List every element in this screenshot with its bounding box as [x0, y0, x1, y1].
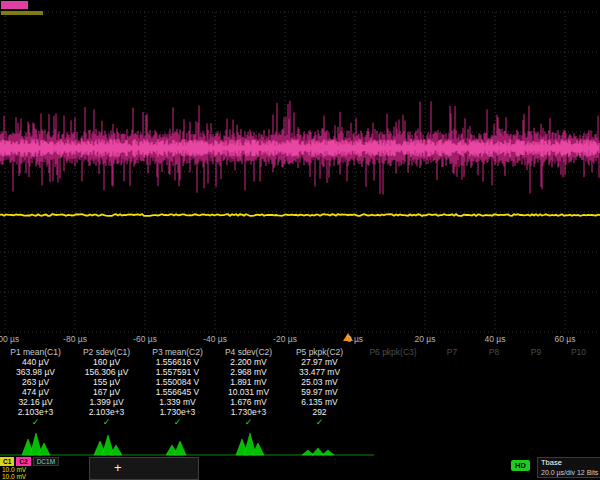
param-header: P6 pkpk(C3) — [355, 347, 431, 357]
measure-value: 1.339 mV — [142, 397, 213, 407]
time-tick-label: 60 µs — [555, 334, 576, 344]
measure-cell — [557, 377, 600, 387]
measure-value: 1.556616 V — [142, 357, 213, 367]
measure-cell — [355, 407, 431, 417]
measure-cell — [431, 357, 473, 367]
param-header[interactable]: P2 sdev(C1) — [71, 347, 142, 357]
measure-cell — [515, 377, 557, 387]
status-check: ✓ — [142, 417, 213, 427]
timebase-descriptor[interactable]: Tbase 20.0 µs/div 12 Bits — [537, 457, 600, 478]
measure-cell — [473, 387, 515, 397]
param-header: P9 — [515, 347, 557, 357]
tbase-label: Tbase — [541, 458, 600, 468]
measure-row: 474 µV167 µV1.556645 V10.031 mV59.97 mV — [0, 387, 600, 397]
measure-value: 292 — [284, 407, 355, 417]
param-header[interactable]: P1 mean(C1) — [0, 347, 71, 357]
measure-cell — [431, 407, 473, 417]
measure-value: 1.399 µV — [71, 397, 142, 407]
measure-row: 2.103e+32.103e+31.730e+31.730e+3292 — [0, 407, 600, 417]
measure-table: P1 mean(C1)P2 sdev(C1)P3 mean(C2)P4 sdev… — [0, 347, 600, 427]
c2-chip[interactable]: C2 — [16, 457, 30, 466]
measure-cell — [355, 377, 431, 387]
measure-value: 2.200 mV — [213, 357, 284, 367]
measure-value: 155 µV — [71, 377, 142, 387]
measure-cell — [431, 367, 473, 377]
measure-cell — [473, 417, 515, 427]
measure-cell — [473, 367, 515, 377]
measure-value: 363.98 µV — [0, 367, 71, 377]
oscilloscope-screen: -100 µs-80 µs-60 µs-40 µs-20 µs0 µs20 µs… — [0, 0, 600, 480]
measure-cell — [515, 397, 557, 407]
status-text-strip — [1, 11, 43, 15]
measure-cell — [431, 377, 473, 387]
measure-row: P1 mean(C1)P2 sdev(C1)P3 mean(C2)P4 sdev… — [0, 347, 600, 357]
bottom-bar: C1 C2 DC1M 10.0 mV 10.0 mV + HD Tbase 20… — [0, 457, 600, 480]
measure-value: 10.031 mV — [213, 387, 284, 397]
measure-value: 440 µV — [0, 357, 71, 367]
measure-cell — [557, 417, 600, 427]
measure-value: 2.103e+3 — [71, 407, 142, 417]
measure-cell — [431, 417, 473, 427]
measure-value: 1.556645 V — [142, 387, 213, 397]
measure-value: 59.97 mV — [284, 387, 355, 397]
time-tick-label: -40 µs — [203, 334, 227, 344]
measure-value: 1.891 mV — [213, 377, 284, 387]
measure-value: 1.730e+3 — [142, 407, 213, 417]
measure-value: 25.03 mV — [284, 377, 355, 387]
measure-value: 2.103e+3 — [0, 407, 71, 417]
time-tick-label: 0 µs — [347, 334, 363, 344]
measure-value: 156.306 µV — [71, 367, 142, 377]
c1-offset-value: 10.0 mV — [0, 473, 88, 480]
measure-value: 33.477 mV — [284, 367, 355, 377]
hd-badge: HD — [511, 460, 530, 471]
measure-cell — [515, 367, 557, 377]
measure-cell — [355, 417, 431, 427]
c2-coupling-chip: DC1M — [33, 457, 59, 466]
measure-row: 363.98 µV156.306 µV1.557591 V2.968 mV33.… — [0, 367, 600, 377]
measure-value: 2.968 mV — [213, 367, 284, 377]
measure-cell — [431, 387, 473, 397]
c1-vdiv-value: 10.0 mV — [0, 466, 88, 473]
measure-cell — [473, 397, 515, 407]
measure-row: 440 µV160 µV1.556616 V2.200 mV27.97 mV — [0, 357, 600, 367]
measure-value: 27.97 mV — [284, 357, 355, 367]
time-axis: -100 µs-80 µs-60 µs-40 µs-20 µs0 µs20 µs… — [0, 333, 600, 346]
status-check: ✓ — [0, 417, 71, 427]
measure-value: 167 µV — [71, 387, 142, 397]
measure-cell — [355, 397, 431, 407]
measure-value: 160 µV — [71, 357, 142, 367]
measure-cell — [557, 407, 600, 417]
status-check: ✓ — [284, 417, 355, 427]
measure-cell — [515, 417, 557, 427]
status-check: ✓ — [213, 417, 284, 427]
time-tick-label: -80 µs — [63, 334, 87, 344]
crosshair-box[interactable]: + — [89, 457, 199, 480]
waveform-display[interactable] — [0, 0, 600, 346]
param-header: P10 — [557, 347, 600, 357]
param-header[interactable]: P3 mean(C2) — [142, 347, 213, 357]
measure-cell — [473, 407, 515, 417]
c2-active-indicator — [1, 1, 28, 9]
c1-chip[interactable]: C1 — [0, 457, 14, 466]
channel-descriptor-area[interactable]: C1 C2 DC1M 10.0 mV 10.0 mV — [0, 457, 88, 480]
measure-cell — [515, 357, 557, 367]
param-header[interactable]: P4 sdev(C2) — [213, 347, 284, 357]
param-header: P8 — [473, 347, 515, 357]
measure-cell — [355, 367, 431, 377]
measure-cell — [557, 387, 600, 397]
channel-chip-row: C1 C2 DC1M — [0, 457, 88, 466]
param-header[interactable]: P5 pkpk(C2) — [284, 347, 355, 357]
measure-cell — [473, 377, 515, 387]
measure-row: 263 µV155 µV1.550084 V1.891 mV25.03 mV — [0, 377, 600, 387]
measure-cell — [557, 357, 600, 367]
measure-cell — [431, 397, 473, 407]
measure-row: ✓✓✓✓✓ — [0, 417, 600, 427]
time-tick-label: -100 µs — [0, 334, 19, 344]
measure-value: 1.676 mV — [213, 397, 284, 407]
measure-value: 1.557591 V — [142, 367, 213, 377]
measure-value: 32.16 µV — [0, 397, 71, 407]
parameter-histicons — [0, 429, 600, 459]
time-tick-label: -60 µs — [133, 334, 157, 344]
measure-cell — [515, 387, 557, 397]
measure-value: 474 µV — [0, 387, 71, 397]
